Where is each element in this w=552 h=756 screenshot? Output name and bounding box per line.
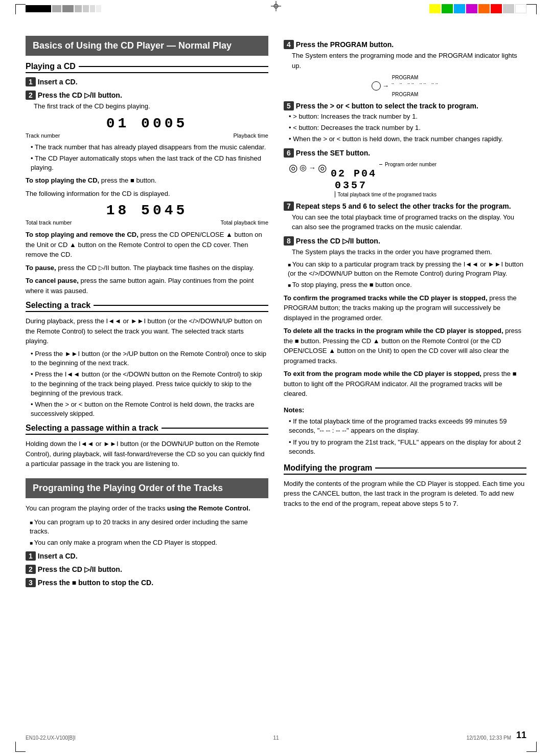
section2-bullet-1: You can program up to 20 tracks in any d…: [30, 518, 268, 536]
crop-mark-tr: [526, 4, 537, 14]
selecting-track-desc: During playback, press the I◄◄ or ►►I bu…: [26, 316, 268, 346]
s2-step1-block: 1 Insert a CD.: [26, 551, 268, 561]
set-lcd-top: 02 P04: [331, 168, 436, 180]
section2-bullet-2: You can only make a program when the CD …: [30, 538, 268, 547]
modifying-label: Modifying the program: [284, 463, 372, 473]
program-label-top: PROGRAM: [294, 75, 516, 80]
prog-order-label: Program order number: [385, 162, 436, 167]
section2-header: Programing the Playing Order of the Trac…: [26, 478, 268, 498]
stop-label: To stop playing the CD, press the ■ butt…: [26, 175, 268, 186]
step2-bullets: The track number that has already played…: [31, 143, 268, 173]
set-icons-row: ◎ ◎ → ◎: [289, 162, 327, 174]
prog-arrow: →: [384, 82, 388, 90]
section2-bullets: You can program up to 20 tracks in any d…: [30, 518, 268, 548]
arrow-right: →: [309, 164, 316, 172]
r-step5-num: 5: [284, 101, 294, 110]
footer-center: 11: [273, 735, 279, 741]
step1-block: 1 Insert a CD.: [26, 77, 268, 86]
s2-step3-block: 3 Press the ■ button to stop the CD.: [26, 578, 268, 587]
stop-desc2: The following information for the CD is …: [26, 189, 268, 199]
section2-intro: You can program the playing order of the…: [26, 503, 268, 514]
r-step7-label: Repeat steps 5 and 6 to select the other…: [296, 202, 511, 210]
modifying-desc: Modify the contents of the program while…: [284, 479, 526, 509]
s2-step1-num: 1: [26, 551, 36, 561]
notes-title: Notes:: [284, 405, 526, 415]
step5-bullet-1: > button: Increases the track number by …: [289, 112, 526, 121]
pause-desc: press the CD ▷/II button. The playback t…: [58, 264, 254, 272]
r-step6-label: Press the SET button.: [296, 149, 370, 157]
footer-left: EN10-22.UX-V100[B]I: [26, 735, 76, 741]
selecting-track-bullets: Press the ►►I button (or the >/UP button…: [31, 349, 268, 418]
cd-icon-3: ◎: [318, 162, 327, 174]
right-column: 4 Press the PROGRAM button. The System e…: [284, 36, 526, 591]
crop-mark-tl: [15, 4, 26, 14]
r-step5-bullets: > button: Increases the track number by …: [289, 112, 526, 144]
set-icons: ◎ ◎ → ◎: [289, 162, 327, 174]
r-step4-row: 4 Press the PROGRAM button.: [284, 40, 526, 49]
exit-bold: To exit from the program mode while the …: [284, 370, 481, 377]
section2-intro-bold: using the Remote Control.: [167, 504, 250, 512]
section2-intro-text: You can program the playing order of the…: [26, 504, 165, 512]
crop-mark-bl: [15, 742, 26, 752]
delete-bold: To delete all the tracks in the program …: [284, 327, 503, 335]
page: Basics of Using the CD Player — Normal P…: [0, 0, 552, 756]
reg-cross-top: [271, 1, 281, 13]
step1-num: 1: [26, 77, 36, 86]
r-step8-num: 8: [284, 236, 294, 246]
s2-step1-row: 1 Insert a CD.: [26, 551, 268, 561]
step1-label: Insert a CD.: [38, 78, 78, 86]
stop-desc: press the ■ button.: [101, 176, 156, 184]
pause-text: To pause, press the CD ▷/II button. The …: [26, 263, 268, 273]
track-bullet-1: Press the ►►I button (or the >/UP button…: [31, 349, 268, 368]
set-lcd-bottom: 0357: [335, 180, 436, 191]
section2-title: Programing the Playing Order of the Trac…: [33, 483, 223, 493]
bullet-item: The CD Player automatically stops when t…: [31, 154, 268, 172]
step5-bullet-3: When the > or < button is held down, the…: [289, 135, 526, 144]
s2-step3-row: 3 Press the ■ button to stop the CD.: [26, 578, 268, 587]
set-lcd-group: Program order number 02 P04 0357 Total p…: [331, 162, 436, 197]
total-lcd-display: 18 5045 Total track number Total playbac…: [26, 203, 268, 226]
r-step8-row: 8 Press the CD ▷/II button.: [284, 236, 526, 246]
r-step7-desc: You can see the total playback time of p…: [292, 212, 526, 232]
selecting-track-label: Selecting a track: [26, 301, 90, 310]
program-arrow-row: → ¨ ¨ ¨¨ ¨¨ ¨¨: [294, 81, 516, 91]
cd-icon-1: ◎: [289, 162, 297, 174]
footer-right: 12/12/00, 12:33 PM: [467, 735, 511, 741]
top-bars: [26, 5, 101, 12]
r-step6-num: 6: [284, 148, 294, 158]
r-step6-row: 6 Press the SET button.: [284, 148, 526, 158]
total-playback-note: Total playback time of the programed tra…: [338, 192, 436, 197]
lcd-track-num-label: Track number: [26, 132, 60, 139]
set-lcd-note: Total playback time of the programed tra…: [335, 191, 436, 197]
program-label-bottom: PROGRAM: [294, 92, 516, 97]
lcd-track-labels: Track number Playback time: [26, 132, 268, 139]
playing-cd-title: Playing a CD: [26, 62, 268, 73]
step2-row: 2 Press the CD ▷/II button.: [26, 91, 268, 100]
total-lcd-labels: Total track number Total playback time: [26, 219, 268, 226]
selecting-track-title: Selecting a track: [26, 301, 268, 312]
prog-circle: [372, 81, 381, 91]
r-step7-num: 7: [284, 202, 294, 211]
r-step8-bullets: You can skip to a particular program tra…: [288, 260, 526, 290]
modifying-title: Modifying the program: [284, 463, 526, 475]
step2-num: 2: [26, 91, 36, 100]
r-step4-num: 4: [284, 40, 294, 49]
r-step7-block: 7 Repeat steps 5 and 6 to select the oth…: [284, 202, 526, 232]
main-content: Basics of Using the CD Player — Normal P…: [26, 36, 526, 591]
notes-section: Notes: If the total playback time of the…: [284, 405, 526, 456]
lcd-track-value: 01 0005: [26, 116, 268, 131]
exit-text: To exit from the program mode while the …: [284, 369, 526, 399]
r-step4-label: Press the PROGRAM button.: [296, 40, 394, 49]
selecting-passage-label: Selecting a passage within a track: [26, 424, 158, 433]
r-step5-row: 5 Press the > or < button to select the …: [284, 101, 526, 110]
total-playback-label: Total playback time: [220, 219, 268, 226]
left-column: Basics of Using the CD Player — Normal P…: [26, 36, 268, 591]
s2-step2-row: 2 Press the CD ▷/II button.: [26, 565, 268, 574]
track-bullet-3: When the > or < button on the Remote Con…: [31, 400, 268, 418]
r-step6-block: 6 Press the SET button. ◎ ◎ → ◎: [284, 148, 526, 197]
program-diagram: PROGRAM → ¨ ¨ ¨¨ ¨¨ ¨¨ PROGRAM: [294, 75, 516, 97]
confirm-text: To confirm the programed tracks while th…: [284, 293, 526, 323]
stop-remove-text: To stop playing and remove the CD, press…: [26, 230, 268, 260]
section1-title: Basics of Using the CD Player — Normal P…: [33, 40, 232, 51]
step2-label: Press the CD ▷/II button.: [38, 91, 122, 99]
